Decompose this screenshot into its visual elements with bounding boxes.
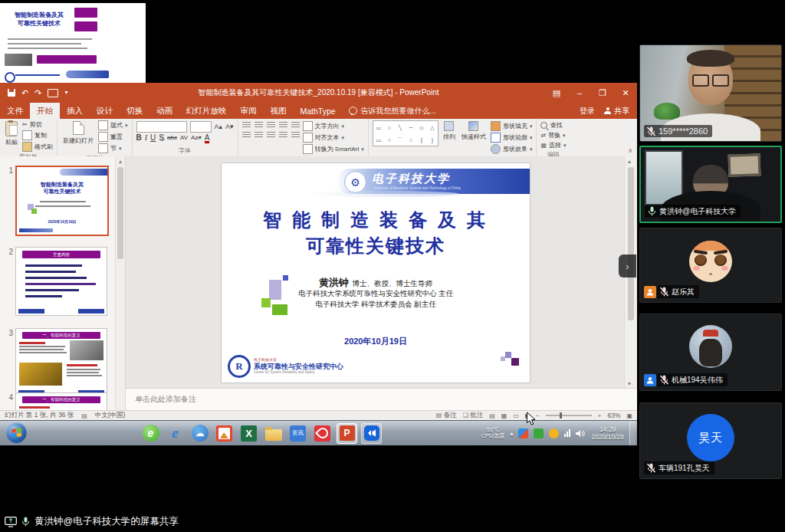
tencent-meeting-taskbar-icon[interactable] xyxy=(361,423,382,444)
tray-expand-icon[interactable]: ▴ xyxy=(510,430,513,437)
paste-button[interactable]: 粘贴 xyxy=(4,120,19,147)
thumbnail-slide-1[interactable]: 1 智能制造装备及其 可靠性关键技术 2020年10月19日 xyxy=(2,166,109,236)
tab-animations[interactable]: 动画 xyxy=(149,103,179,119)
zoom-in-icon[interactable]: + xyxy=(598,412,602,419)
shrink-font-icon[interactable]: A▾ xyxy=(225,123,234,130)
tab-insert[interactable]: 插入 xyxy=(60,103,90,119)
file-explorer-icon[interactable] xyxy=(263,423,284,444)
replace-button[interactable]: ⇄替换▾ xyxy=(540,131,566,140)
news-app-icon[interactable]: 资讯 xyxy=(287,423,308,444)
arrange-button[interactable]: 排列 xyxy=(442,120,457,142)
layout-button[interactable]: 版式▾ xyxy=(98,120,128,130)
change-case-icon[interactable]: Aa▾ xyxy=(191,135,202,141)
slide[interactable]: ⚙ 电子科技大学 University of Electronic Scienc… xyxy=(222,163,530,383)
thumbnail-slide-3[interactable]: 3 一、智能制造的定义 xyxy=(2,328,107,397)
thumbnail-slide-2[interactable]: 2 主要内容 xyxy=(2,247,107,316)
slideshow-icon[interactable] xyxy=(48,89,58,97)
photos-app-icon[interactable] xyxy=(214,423,235,444)
shape-effects-button[interactable]: 形状效果▾ xyxy=(491,144,533,154)
shape-fill-button[interactable]: 形状填充▾ xyxy=(491,121,533,131)
format-painter-button[interactable]: 格式刷 xyxy=(22,142,53,152)
tab-review[interactable]: 审阅 xyxy=(234,103,264,119)
line-spacing-icon[interactable] xyxy=(291,122,300,129)
section-button[interactable]: 节▾ xyxy=(98,143,128,153)
tab-mathtype[interactable]: MathType xyxy=(294,103,343,119)
bold-button[interactable]: B xyxy=(136,134,142,142)
tab-slideshow[interactable]: 幻灯片放映 xyxy=(179,103,234,119)
text-direction-button[interactable]: 文字方向▾ xyxy=(303,121,364,131)
zoom-out-icon[interactable]: − xyxy=(536,412,540,419)
browser-360-icon[interactable]: e xyxy=(140,423,161,444)
zoom-slider-thumb[interactable] xyxy=(560,412,562,419)
scroll-down-icon[interactable]: ▼ xyxy=(625,379,634,388)
collapse-video-panel-button[interactable]: › xyxy=(619,255,636,277)
shape-outline-button[interactable]: 形状轮廓▾ xyxy=(491,133,533,143)
show-desktop-button[interactable] xyxy=(629,421,636,445)
text-shadow-button[interactable]: S xyxy=(159,134,164,142)
save-icon[interactable] xyxy=(8,89,15,97)
comments-toggle[interactable]: ❏ 批注 xyxy=(463,411,484,420)
cut-button[interactable]: ✂ 剪切 xyxy=(22,120,53,129)
zoom-level[interactable]: 63% xyxy=(607,412,620,419)
participant-tile-1[interactable]: 159*****2860 xyxy=(639,44,782,142)
internet-explorer-icon[interactable]: e xyxy=(165,423,186,444)
cpu-temp-widget[interactable]: 51℃ CPU温度 xyxy=(481,427,505,439)
shapes-gallery[interactable]: ▭○╲─◇△ ▭○⌒☆{} xyxy=(373,120,438,146)
scroll-up-icon[interactable]: ▲ xyxy=(625,156,634,166)
minimize-icon[interactable]: – xyxy=(568,83,591,103)
smartart-button[interactable]: 转换为 SmartArt▾ xyxy=(303,144,364,154)
align-right-icon[interactable] xyxy=(267,132,275,139)
tray-app-icon[interactable] xyxy=(518,429,528,438)
network-icon[interactable] xyxy=(564,429,570,437)
signin-button[interactable]: 登录 xyxy=(580,106,595,117)
copy-button[interactable]: 复制 xyxy=(22,130,53,140)
undo-icon[interactable]: ↶ xyxy=(21,89,28,97)
quick-styles-button[interactable]: 快速样式 xyxy=(460,120,488,142)
increase-indent-icon[interactable] xyxy=(279,122,287,129)
font-name-combo[interactable] xyxy=(136,121,187,133)
reset-button[interactable]: 重置 xyxy=(98,132,128,142)
participant-tile-4[interactable]: 机械194吴伟伟 xyxy=(639,314,782,391)
participant-tile-2[interactable]: 黄洪钟@电子科技大学 xyxy=(639,146,782,223)
align-left-icon[interactable] xyxy=(242,132,251,139)
slide-sorter-view-icon[interactable]: ▦ xyxy=(501,412,507,419)
spell-check-icon[interactable]: ▤ xyxy=(81,412,87,419)
tab-transitions[interactable]: 切换 xyxy=(120,103,149,119)
tray-antivirus-icon[interactable] xyxy=(534,429,544,438)
font-color-icon[interactable]: A xyxy=(205,134,210,142)
cloud-browser-icon[interactable]: ☁ xyxy=(189,423,210,444)
tab-view[interactable]: 视图 xyxy=(264,103,294,119)
notes-toggle[interactable]: ▤ 备注 xyxy=(436,411,457,420)
strikethrough-button[interactable]: abc xyxy=(167,135,177,141)
normal-view-icon[interactable]: ▤ xyxy=(489,412,495,419)
numbering-icon[interactable] xyxy=(255,122,263,129)
volume-icon[interactable] xyxy=(576,429,586,438)
participant-tile-3[interactable]: 赵乐其 xyxy=(639,228,782,303)
tray-clock[interactable]: 14:29 2020/10/28 xyxy=(591,425,624,441)
find-button[interactable]: 查找 xyxy=(540,121,566,130)
italic-button[interactable]: I xyxy=(145,134,147,142)
powerpoint-taskbar-icon[interactable]: P xyxy=(337,423,357,444)
close-icon[interactable]: ✕ xyxy=(614,83,637,103)
font-size-combo[interactable] xyxy=(190,121,212,133)
redo-icon[interactable]: ↷ xyxy=(34,89,41,97)
tray-gold-icon[interactable] xyxy=(549,429,559,438)
notes-pane[interactable]: 单击此处添加备注 xyxy=(126,388,637,410)
scroll-up-icon[interactable]: ▲ xyxy=(116,156,125,166)
participant-tile-5[interactable]: 昊天 车辆191孔昊天 xyxy=(639,402,782,479)
bullets-icon[interactable] xyxy=(242,122,251,129)
language-indicator[interactable]: 中文(中国) xyxy=(95,411,126,420)
tab-file[interactable]: 文件 xyxy=(0,103,30,119)
red-app-icon[interactable] xyxy=(312,423,333,444)
reading-view-icon[interactable]: ▭ xyxy=(513,412,519,419)
excel-icon[interactable]: X xyxy=(238,423,259,444)
tab-home[interactable]: 开始 xyxy=(30,103,60,119)
start-button[interactable] xyxy=(6,422,27,443)
decrease-indent-icon[interactable] xyxy=(267,122,275,129)
ribbon-display-options-icon[interactable]: ▤ xyxy=(545,83,568,103)
grow-font-icon[interactable]: A▴ xyxy=(215,123,223,130)
scrollbar-thumb[interactable] xyxy=(628,167,634,320)
fit-to-window-icon[interactable]: ▣ xyxy=(626,412,632,419)
qat-customize-icon[interactable]: ▾ xyxy=(64,90,67,96)
tab-design[interactable]: 设计 xyxy=(90,103,120,119)
